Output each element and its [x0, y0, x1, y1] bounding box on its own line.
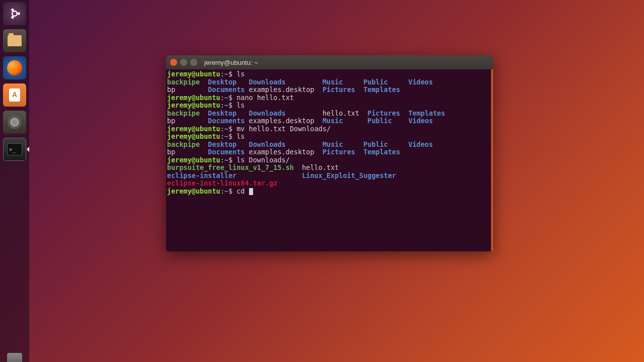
svg-point-3: [11, 16, 14, 19]
settings-button[interactable]: [3, 111, 26, 134]
terminal-body[interactable]: jeremy@ubuntu:~$ ls backpipe Desktop Dow…: [166, 69, 493, 251]
files-button[interactable]: [3, 29, 26, 52]
trash-icon: [7, 353, 22, 362]
dash-home-button[interactable]: [3, 2, 26, 25]
svg-point-0: [12, 11, 17, 16]
software-center-button[interactable]: [3, 83, 26, 107]
gear-icon: [8, 116, 21, 129]
trash-button[interactable]: [3, 349, 26, 362]
maximize-button[interactable]: [190, 59, 197, 66]
folder-icon: [8, 35, 22, 46]
firefox-icon: [7, 60, 22, 75]
terminal-window: jeremy@ubuntu: ~ jeremy@ubuntu:~$ ls bac…: [166, 55, 493, 251]
terminal-button[interactable]: >_: [3, 138, 26, 161]
ubuntu-logo-icon: [8, 7, 22, 21]
minimize-button[interactable]: [180, 59, 187, 66]
shopping-bag-icon: [9, 88, 20, 102]
terminal-icon: >_: [7, 143, 22, 155]
launcher: >_: [0, 0, 29, 362]
firefox-button[interactable]: [3, 56, 26, 79]
close-button[interactable]: [170, 59, 177, 66]
window-title: jeremy@ubuntu: ~: [204, 59, 258, 66]
svg-point-2: [11, 9, 14, 11]
titlebar[interactable]: jeremy@ubuntu: ~: [166, 55, 493, 69]
svg-point-1: [18, 12, 20, 15]
